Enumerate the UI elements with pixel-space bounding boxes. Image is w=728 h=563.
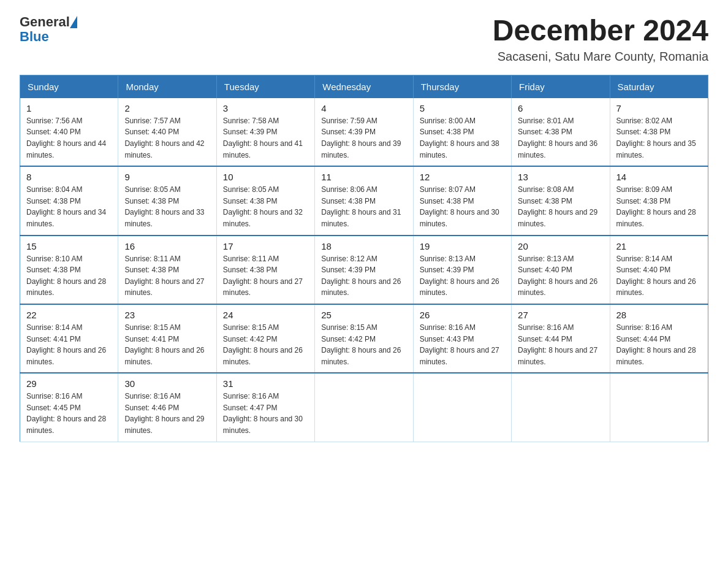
day-number: 19: [420, 241, 505, 251]
weekday-header-sunday: Sunday: [20, 75, 118, 98]
calendar-cell: 29Sunrise: 8:16 AMSunset: 4:45 PMDayligh…: [20, 373, 118, 442]
title-block: December 2024 Sacaseni, Satu Mare County…: [493, 15, 708, 64]
day-number: 30: [124, 378, 210, 389]
day-info: Sunrise: 8:02 AMSunset: 4:38 PMDaylight:…: [616, 115, 702, 161]
day-info: Sunrise: 8:05 AMSunset: 4:38 PMDaylight:…: [124, 184, 210, 229]
day-info: Sunrise: 8:16 AMSunset: 4:44 PMDaylight:…: [616, 322, 702, 367]
day-info: Sunrise: 8:04 AMSunset: 4:38 PMDaylight:…: [26, 184, 112, 229]
calendar-week-row: 29Sunrise: 8:16 AMSunset: 4:45 PMDayligh…: [20, 373, 708, 442]
calendar-cell: 13Sunrise: 8:08 AMSunset: 4:38 PMDayligh…: [512, 166, 610, 235]
day-number: 5: [420, 103, 505, 113]
calendar-week-row: 1Sunrise: 7:56 AMSunset: 4:40 PMDaylight…: [20, 98, 708, 166]
day-info: Sunrise: 8:10 AMSunset: 4:38 PMDaylight:…: [26, 253, 112, 299]
day-info: Sunrise: 7:58 AMSunset: 4:39 PMDaylight:…: [223, 115, 308, 161]
day-number: 4: [321, 103, 406, 113]
calendar-cell: 18Sunrise: 8:12 AMSunset: 4:39 PMDayligh…: [315, 236, 413, 304]
day-info: Sunrise: 8:01 AMSunset: 4:38 PMDaylight:…: [518, 115, 603, 161]
calendar-cell: 9Sunrise: 8:05 AMSunset: 4:38 PMDaylight…: [118, 166, 216, 235]
day-number: 10: [223, 172, 308, 182]
day-info: Sunrise: 7:59 AMSunset: 4:39 PMDaylight:…: [321, 115, 406, 161]
day-number: 18: [321, 241, 406, 251]
day-number: 21: [616, 241, 702, 251]
day-number: 26: [420, 310, 505, 320]
weekday-header-row: SundayMondayTuesdayWednesdayThursdayFrid…: [20, 75, 708, 98]
day-info: Sunrise: 8:16 AMSunset: 4:44 PMDaylight:…: [518, 322, 603, 367]
calendar-cell: 30Sunrise: 8:16 AMSunset: 4:46 PMDayligh…: [118, 373, 216, 442]
day-info: Sunrise: 8:11 AMSunset: 4:38 PMDaylight:…: [124, 253, 210, 299]
calendar-cell: 31Sunrise: 8:16 AMSunset: 4:47 PMDayligh…: [216, 373, 314, 442]
page-header: General Blue December 2024 Sacaseni, Sat…: [20, 15, 708, 64]
day-number: 15: [26, 241, 112, 251]
calendar-cell: 21Sunrise: 8:14 AMSunset: 4:40 PMDayligh…: [610, 236, 708, 304]
day-info: Sunrise: 8:14 AMSunset: 4:41 PMDaylight:…: [26, 322, 112, 367]
day-number: 2: [124, 103, 210, 113]
calendar-cell: 3Sunrise: 7:58 AMSunset: 4:39 PMDaylight…: [216, 98, 314, 166]
calendar-cell: 1Sunrise: 7:56 AMSunset: 4:40 PMDaylight…: [20, 98, 118, 166]
calendar-cell: 26Sunrise: 8:16 AMSunset: 4:43 PMDayligh…: [413, 304, 511, 373]
day-info: Sunrise: 8:16 AMSunset: 4:47 PMDaylight:…: [223, 391, 308, 436]
day-number: 28: [616, 310, 702, 320]
calendar-cell: 20Sunrise: 8:13 AMSunset: 4:40 PMDayligh…: [512, 236, 610, 304]
logo: General Blue: [20, 15, 77, 44]
calendar-cell: 6Sunrise: 8:01 AMSunset: 4:38 PMDaylight…: [512, 98, 610, 166]
weekday-header-wednesday: Wednesday: [315, 75, 413, 98]
day-info: Sunrise: 8:13 AMSunset: 4:39 PMDaylight:…: [420, 253, 505, 299]
day-number: 6: [518, 103, 603, 113]
day-info: Sunrise: 8:05 AMSunset: 4:38 PMDaylight:…: [223, 184, 308, 229]
calendar-cell: 23Sunrise: 8:15 AMSunset: 4:41 PMDayligh…: [118, 304, 216, 373]
calendar-cell: 19Sunrise: 8:13 AMSunset: 4:39 PMDayligh…: [413, 236, 511, 304]
day-number: 7: [616, 103, 702, 113]
calendar-subtitle: Sacaseni, Satu Mare County, Romania: [493, 50, 708, 64]
day-info: Sunrise: 7:56 AMSunset: 4:40 PMDaylight:…: [26, 115, 112, 161]
calendar-cell: 4Sunrise: 7:59 AMSunset: 4:39 PMDaylight…: [315, 98, 413, 166]
calendar-cell: 8Sunrise: 8:04 AMSunset: 4:38 PMDaylight…: [20, 166, 118, 235]
day-number: 24: [223, 310, 308, 320]
logo-general-text: General: [20, 15, 70, 29]
day-info: Sunrise: 8:00 AMSunset: 4:38 PMDaylight:…: [420, 115, 505, 161]
calendar-cell: 28Sunrise: 8:16 AMSunset: 4:44 PMDayligh…: [610, 304, 708, 373]
calendar-week-row: 8Sunrise: 8:04 AMSunset: 4:38 PMDaylight…: [20, 166, 708, 235]
day-number: 31: [223, 378, 308, 389]
calendar-cell: 12Sunrise: 8:07 AMSunset: 4:38 PMDayligh…: [413, 166, 511, 235]
day-info: Sunrise: 8:16 AMSunset: 4:43 PMDaylight:…: [420, 322, 505, 367]
day-info: Sunrise: 8:08 AMSunset: 4:38 PMDaylight:…: [518, 184, 603, 229]
calendar-cell: 25Sunrise: 8:15 AMSunset: 4:42 PMDayligh…: [315, 304, 413, 373]
calendar-cell: 5Sunrise: 8:00 AMSunset: 4:38 PMDaylight…: [413, 98, 511, 166]
day-number: 1: [26, 103, 112, 113]
day-info: Sunrise: 8:15 AMSunset: 4:41 PMDaylight:…: [124, 322, 210, 367]
day-number: 22: [26, 310, 112, 320]
day-number: 25: [321, 310, 406, 320]
calendar-cell: [315, 373, 413, 442]
logo-triangle-icon: [70, 16, 77, 28]
weekday-header-friday: Friday: [512, 75, 610, 98]
weekday-header-saturday: Saturday: [610, 75, 708, 98]
day-info: Sunrise: 8:15 AMSunset: 4:42 PMDaylight:…: [223, 322, 308, 367]
calendar-cell: 27Sunrise: 8:16 AMSunset: 4:44 PMDayligh…: [512, 304, 610, 373]
day-number: 20: [518, 241, 603, 251]
weekday-header-tuesday: Tuesday: [216, 75, 314, 98]
day-info: Sunrise: 8:16 AMSunset: 4:46 PMDaylight:…: [124, 391, 210, 436]
calendar-title: December 2024: [493, 15, 708, 47]
calendar-week-row: 22Sunrise: 8:14 AMSunset: 4:41 PMDayligh…: [20, 304, 708, 373]
logo-blue-text: Blue: [20, 29, 49, 44]
day-info: Sunrise: 7:57 AMSunset: 4:40 PMDaylight:…: [124, 115, 210, 161]
calendar-cell: 24Sunrise: 8:15 AMSunset: 4:42 PMDayligh…: [216, 304, 314, 373]
day-info: Sunrise: 8:07 AMSunset: 4:38 PMDaylight:…: [420, 184, 505, 229]
weekday-header-thursday: Thursday: [413, 75, 511, 98]
calendar-cell: [610, 373, 708, 442]
day-info: Sunrise: 8:11 AMSunset: 4:38 PMDaylight:…: [223, 253, 308, 299]
day-number: 11: [321, 172, 406, 182]
day-number: 9: [124, 172, 210, 182]
calendar-cell: 7Sunrise: 8:02 AMSunset: 4:38 PMDaylight…: [610, 98, 708, 166]
calendar-cell: 2Sunrise: 7:57 AMSunset: 4:40 PMDaylight…: [118, 98, 216, 166]
calendar-table: SundayMondayTuesdayWednesdayThursdayFrid…: [20, 75, 708, 442]
day-info: Sunrise: 8:16 AMSunset: 4:45 PMDaylight:…: [26, 391, 112, 436]
day-info: Sunrise: 8:06 AMSunset: 4:38 PMDaylight:…: [321, 184, 406, 229]
calendar-cell: 15Sunrise: 8:10 AMSunset: 4:38 PMDayligh…: [20, 236, 118, 304]
day-number: 14: [616, 172, 702, 182]
day-number: 16: [124, 241, 210, 251]
day-info: Sunrise: 8:12 AMSunset: 4:39 PMDaylight:…: [321, 253, 406, 299]
day-number: 13: [518, 172, 603, 182]
day-info: Sunrise: 8:13 AMSunset: 4:40 PMDaylight:…: [518, 253, 603, 299]
calendar-cell: 10Sunrise: 8:05 AMSunset: 4:38 PMDayligh…: [216, 166, 314, 235]
